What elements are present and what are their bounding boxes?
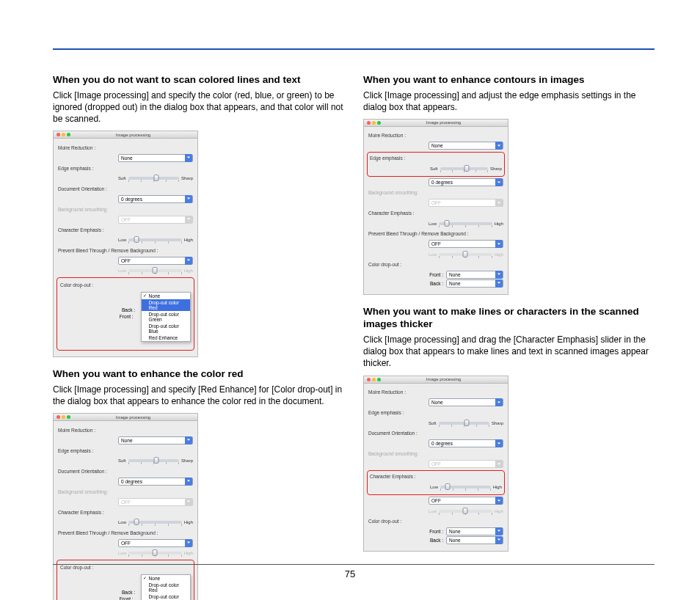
front-label: Front : <box>429 529 446 534</box>
highlight-edge-emphasis: Edge emphasis : Soft Sharp <box>367 152 505 177</box>
edge-slider[interactable]: Soft Sharp <box>429 421 503 425</box>
close-icon[interactable] <box>367 121 371 125</box>
dialog-title: Image processing <box>72 415 194 420</box>
chevron-down-icon <box>495 279 503 288</box>
moire-label: Moire Reduction : <box>58 428 118 433</box>
dialog-titlebar: Image processing <box>54 414 197 421</box>
dialog-title: Image processing <box>382 120 505 125</box>
minimize-icon[interactable] <box>62 415 65 419</box>
dropout-label: Color drop-out : <box>368 262 429 267</box>
bleed-slider: Low High <box>429 509 503 513</box>
dialog-body: Moire Reduction : None Edge emphasis : S… <box>364 384 508 551</box>
close-icon[interactable] <box>56 133 60 136</box>
section-enhance-red: When you want to enhance the color red C… <box>53 367 344 600</box>
dropout-back-select[interactable]: None <box>446 279 503 288</box>
orientation-label: Document Orientation : <box>58 186 118 191</box>
top-rule <box>53 48 655 50</box>
close-icon[interactable] <box>367 378 371 381</box>
heading: When you do not want to scan colored lin… <box>53 73 344 87</box>
section-drop-out: When you do not want to scan colored lin… <box>53 73 344 357</box>
char-emphasis-slider[interactable]: Low High <box>118 238 193 242</box>
dropout-front-select[interactable]: None <box>446 527 503 535</box>
body-text: Click [Image processing] and specify [Re… <box>53 384 344 407</box>
edge-slider[interactable]: Soft Sharp <box>430 167 502 171</box>
char-emphasis-slider[interactable]: Low High <box>429 222 503 226</box>
background-smoothing-select: OFF <box>429 199 503 207</box>
char-emphasis-slider[interactable]: Low High <box>430 485 502 489</box>
background-smoothing-label: Background smoothing: <box>58 489 118 494</box>
dropout-front-select[interactable]: None <box>446 271 503 279</box>
background-smoothing-select: OFF <box>118 216 193 224</box>
chevron-down-icon <box>495 439 503 447</box>
moire-select[interactable]: None <box>429 398 503 406</box>
edge-label: Edge emphasis : <box>58 166 118 171</box>
chevron-down-icon <box>495 271 503 279</box>
edge-slider[interactable]: Soft Sharp <box>118 458 193 463</box>
orientation-label: Document Orientation : <box>368 431 429 436</box>
front-label: Front : <box>429 272 446 277</box>
section-contours: When you want to enhance contours in ima… <box>363 73 655 295</box>
chevron-down-icon <box>185 154 192 162</box>
zoom-icon[interactable] <box>377 121 381 125</box>
heading: When you want to enhance contours in ima… <box>363 73 655 87</box>
minimize-icon[interactable] <box>372 121 376 125</box>
char-emphasis-slider[interactable]: Low High <box>118 520 193 524</box>
moire-select[interactable]: None <box>118 436 193 444</box>
body-text: Click [Image processing] and drag the [C… <box>363 334 655 370</box>
bleed-select[interactable]: OFF <box>429 240 503 248</box>
menu-item-none[interactable]: None <box>142 293 190 299</box>
menu-item-blue[interactable]: Drop-out color Blue <box>142 323 190 334</box>
moire-select[interactable]: None <box>429 142 503 150</box>
page-number: 75 <box>0 568 700 579</box>
zoom-icon[interactable] <box>67 133 70 136</box>
bleed-label: Prevent Bleed Through / Remove Backgroun… <box>58 530 158 535</box>
edge-slider[interactable]: Soft Sharp <box>118 176 193 180</box>
back-label: Back : <box>429 538 446 543</box>
minimize-icon[interactable] <box>372 378 376 381</box>
back-label: Back : <box>429 281 446 286</box>
back-label: Back : <box>120 307 138 312</box>
dialog-body: Moire Reduction : None Edge emphasis : S… <box>364 127 508 294</box>
heading: When you want to make lines or character… <box>363 305 655 331</box>
orientation-select[interactable]: 0 degrees <box>118 478 193 486</box>
bleed-select[interactable]: OFF <box>118 539 193 547</box>
chevron-down-icon <box>185 195 192 203</box>
body-text: Click [Image processing] and adjust the … <box>363 89 655 113</box>
menu-item-green[interactable]: Drop-out color Green <box>142 311 190 323</box>
moire-label: Moire Reduction : <box>58 145 118 150</box>
chevron-down-icon <box>185 478 192 486</box>
orientation-select[interactable]: 0 degrees <box>118 195 193 203</box>
menu-item-enhance[interactable]: Red Enhance <box>142 334 190 341</box>
orientation-select[interactable]: 0 degrees <box>429 178 503 186</box>
moire-select[interactable]: None <box>118 154 193 162</box>
menu-item-red[interactable]: Drop-out color Red <box>142 582 190 593</box>
bottom-rule <box>53 564 655 565</box>
menu-item-red[interactable]: Drop-out color Red <box>142 299 190 311</box>
bleed-label: Prevent Bleed Through / Remove Backgroun… <box>58 248 158 253</box>
chevron-down-icon <box>495 142 503 150</box>
chevron-down-icon <box>495 536 503 544</box>
orientation-select[interactable]: 0 degrees <box>429 439 503 447</box>
dialog-title: Image processing <box>72 133 194 137</box>
minimize-icon[interactable] <box>62 133 65 136</box>
orientation-label: Document Orientation : <box>58 469 118 474</box>
dialog-image-processing: Image processing Moire Reduction : None … <box>363 376 508 552</box>
bleed-label: Prevent Bleed Through / Remove Backgroun… <box>368 231 468 236</box>
front-label: Front : <box>119 314 136 319</box>
chevron-down-icon <box>495 527 503 535</box>
dropout-menu[interactable]: None Drop-out color Red Drop-out color G… <box>141 292 191 342</box>
zoom-icon[interactable] <box>377 378 381 381</box>
menu-item-green[interactable]: Drop-out color Green <box>142 593 190 600</box>
chevron-down-icon <box>495 497 503 505</box>
dropout-back-select[interactable]: None <box>446 536 503 544</box>
back-label: Back : <box>120 590 138 595</box>
char-emphasis-label: Character Emphasis : <box>370 474 430 479</box>
zoom-icon[interactable] <box>67 415 70 419</box>
bleed-select[interactable]: OFF <box>429 497 503 505</box>
close-icon[interactable] <box>56 415 60 419</box>
bleed-slider: Low High <box>118 551 193 555</box>
edge-label: Edge emphasis : <box>58 448 118 453</box>
heading: When you want to enhance the color red <box>53 367 344 381</box>
page-body: When you do not want to scan colored lin… <box>53 73 655 600</box>
bleed-select[interactable]: OFF <box>118 257 193 265</box>
